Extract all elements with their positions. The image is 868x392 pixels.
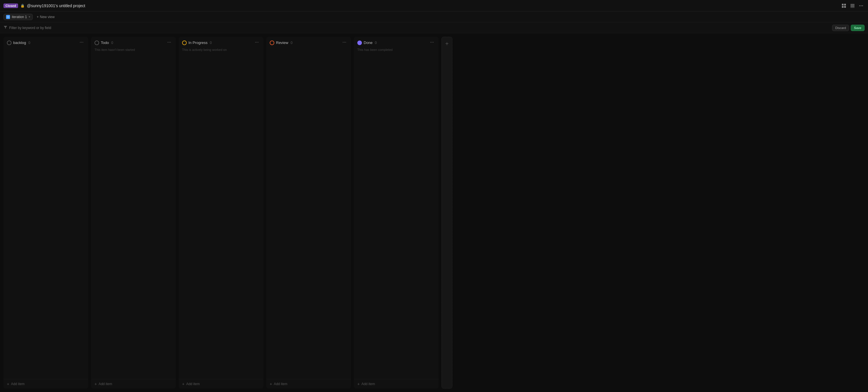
add-column-button[interactable]: + [441, 37, 453, 389]
filterbar: Discard Save [0, 23, 868, 33]
add-item-label-todo: Add item [98, 382, 112, 386]
svg-point-8 [859, 5, 860, 6]
column-header-inprogress: In Progress 0 [179, 37, 264, 48]
svg-point-12 [81, 42, 82, 42]
column-description-done: This has been completed [354, 48, 439, 54]
column-header-backlog: backlog 0 [3, 37, 88, 48]
column-title-done: Done [364, 40, 373, 45]
column-header-done: Done 0 [354, 37, 439, 48]
svg-point-11 [80, 42, 81, 42]
add-item-label-backlog: Add item [11, 382, 24, 386]
column-count-done: 0 [375, 41, 377, 45]
column-title-todo: Todo [101, 40, 109, 45]
lock-icon: 🔒 [21, 4, 25, 8]
svg-rect-3 [844, 6, 846, 8]
project-title: @sunny191001's untitled project [27, 3, 85, 8]
column-menu-button-done[interactable] [429, 40, 435, 46]
svg-point-23 [430, 42, 431, 42]
discard-button[interactable]: Discard [832, 25, 849, 31]
svg-point-10 [862, 5, 863, 6]
status-icon-done [357, 40, 362, 45]
iteration-tab-label: iteration 1 [12, 15, 27, 19]
filterbar-left [3, 25, 832, 30]
add-item-plus-icon-todo: + [94, 382, 97, 386]
status-icon-todo [94, 40, 99, 45]
svg-point-21 [344, 42, 345, 42]
svg-rect-0 [842, 4, 844, 5]
column-menu-button-backlog[interactable] [79, 40, 85, 46]
iteration-tab[interactable]: ≡ iteration 1 ▾ [3, 14, 33, 20]
column-count-review: 0 [291, 41, 293, 45]
column-count-inprogress: 0 [210, 41, 212, 45]
add-item-label-review: Add item [274, 382, 287, 386]
svg-rect-2 [842, 6, 844, 8]
save-button[interactable]: Save [851, 25, 865, 31]
column-body-backlog [3, 48, 88, 379]
svg-point-22 [345, 42, 346, 42]
column-count-backlog: 0 [28, 41, 30, 45]
column-backlog: backlog 0 + Add item [3, 37, 88, 389]
new-view-button[interactable]: + New view [35, 14, 56, 20]
column-todo: Todo 0 This item hasn't been started + A… [91, 37, 176, 389]
column-menu-button-inprogress[interactable] [254, 40, 260, 46]
column-inprogress: In Progress 0 This is actively being wor… [179, 37, 264, 389]
add-item-plus-icon-done: + [357, 382, 360, 386]
add-item-plus-icon-backlog: + [7, 382, 9, 386]
chevron-down-icon: ▾ [29, 15, 30, 19]
column-description-todo: This item hasn't been started [91, 48, 176, 54]
svg-rect-1 [844, 4, 846, 5]
more-options-button[interactable] [858, 2, 865, 9]
status-icon-backlog [7, 40, 11, 45]
board: backlog 0 + Add item Todo 0 [0, 33, 868, 392]
column-title-review: Review [276, 40, 288, 45]
column-menu-button-todo[interactable] [166, 40, 172, 46]
svg-rect-6 [850, 6, 855, 7]
add-item-label-done: Add item [361, 382, 375, 386]
grid-view-button[interactable] [840, 2, 847, 9]
add-item-footer-inprogress[interactable]: + Add item [179, 379, 264, 389]
column-body-todo [91, 54, 176, 379]
svg-point-13 [83, 42, 83, 42]
add-item-footer-backlog[interactable]: + Add item [3, 379, 88, 389]
topbar-right [840, 2, 865, 9]
topbar-left: Closed 🔒 @sunny191001's untitled project [3, 3, 85, 8]
svg-rect-5 [850, 5, 855, 6]
svg-point-15 [169, 42, 169, 42]
table-view-button[interactable] [849, 2, 856, 9]
column-body-review [266, 48, 351, 379]
add-item-plus-icon-review: + [270, 382, 272, 386]
add-item-label-inprogress: Add item [186, 382, 199, 386]
column-body-done [354, 54, 439, 379]
plus-icon: + [37, 15, 39, 19]
column-title-backlog: backlog [13, 40, 26, 45]
svg-point-18 [256, 42, 257, 42]
svg-point-17 [255, 42, 256, 42]
svg-point-16 [170, 42, 170, 42]
filter-input[interactable] [9, 26, 832, 30]
add-item-footer-done[interactable]: + Add item [354, 379, 439, 389]
column-menu-button-review[interactable] [341, 40, 347, 46]
svg-point-14 [167, 42, 168, 42]
svg-rect-7 [850, 7, 855, 8]
iteration-tab-icon: ≡ [6, 15, 10, 19]
column-review: Review 0 + Add item [266, 37, 351, 389]
add-column-plus-icon: + [445, 40, 448, 47]
filterbar-right: Discard Save [832, 25, 865, 31]
add-item-footer-todo[interactable]: + Add item [91, 379, 176, 389]
status-icon-inprogress [182, 40, 187, 45]
filter-icon [3, 25, 7, 30]
closed-badge: Closed [3, 3, 18, 8]
column-description-inprogress: This is actively being worked on [179, 48, 264, 54]
svg-point-24 [432, 42, 432, 42]
column-done: Done 0 This has been completed + Add ite… [354, 37, 439, 389]
column-header-review: Review 0 [266, 37, 351, 48]
status-icon-review [270, 40, 274, 45]
topbar: Closed 🔒 @sunny191001's untitled project [0, 0, 868, 11]
svg-point-19 [258, 42, 258, 42]
svg-rect-4 [850, 4, 855, 5]
column-title-inprogress: In Progress [188, 40, 207, 45]
column-body-inprogress [179, 54, 264, 379]
add-item-footer-review[interactable]: + Add item [266, 379, 351, 389]
column-header-todo: Todo 0 [91, 37, 176, 48]
add-item-plus-icon-inprogress: + [182, 382, 184, 386]
